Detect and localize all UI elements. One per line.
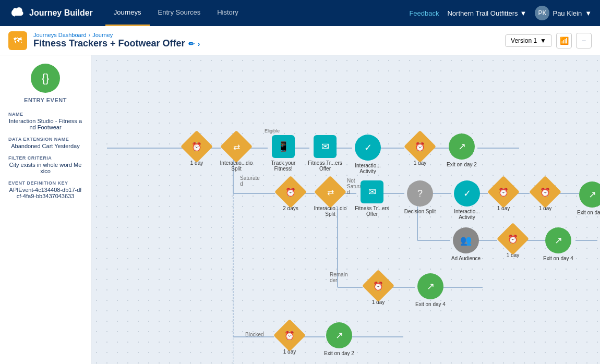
wait-diamond-blocked[interactable]: ⏰ bbox=[273, 319, 306, 351]
version-selector: Version 1 ▼ 📶 − bbox=[505, 33, 592, 48]
wait-diamond-r2b[interactable]: ⏰ bbox=[529, 176, 561, 208]
node-interaction-activity-r2[interactable]: ✓ Interactio...Activity bbox=[451, 180, 483, 220]
wait-diamond-ad[interactable]: ⏰ bbox=[497, 223, 529, 255]
exit-circle-day4-ad[interactable]: ↗ bbox=[545, 227, 571, 253]
edit-icon[interactable]: ✏ bbox=[188, 40, 195, 48]
entry-event-icon[interactable]: {} bbox=[31, 64, 60, 93]
app-title: Journey Builder bbox=[29, 8, 93, 18]
node-1day-row2-a[interactable]: ⏰ 1 day bbox=[488, 180, 519, 211]
sidebar-data-ext-field: DATA EXTENSION NAME Abandoned Cart Yeste… bbox=[8, 137, 82, 149]
check-icon-r1: ✓ bbox=[364, 142, 372, 153]
ad-audience-circle[interactable]: 👥 bbox=[453, 227, 479, 253]
exit-circle-day2-top[interactable]: ↗ bbox=[449, 134, 475, 160]
nav-tabs: Journeys Entry Sources History bbox=[105, 0, 247, 26]
node-ad-audience[interactable]: 👥 Ad Audience bbox=[450, 227, 482, 261]
top-navigation: Journey Builder Journeys Entry Sources H… bbox=[0, 0, 600, 26]
version-label: Version 1 bbox=[511, 37, 537, 44]
check-icon-r2: ✓ bbox=[463, 188, 471, 199]
user-selector[interactable]: PK Pau Klein ▼ bbox=[535, 6, 592, 20]
clock-icon: ⏰ bbox=[191, 142, 202, 152]
decision-split-circle[interactable]: ? bbox=[407, 180, 433, 207]
node-1day-ad-branch[interactable]: ⏰ 1 day bbox=[497, 227, 529, 258]
node-exit-day2-top[interactable]: ↗ Exit on day 2 bbox=[446, 134, 477, 167]
interaction-activity-circle-r1[interactable]: ✓ bbox=[355, 135, 381, 161]
node-exit-day5[interactable]: ↗ Exit on day 5 bbox=[577, 181, 600, 215]
node-exit-day4-remainder[interactable]: ↗ Exit on day 4 bbox=[415, 273, 446, 307]
tab-history[interactable]: History bbox=[209, 0, 246, 26]
node-label-activity-r2: Interactio...Activity bbox=[449, 209, 485, 220]
wait-diamond-remainder[interactable]: ⏰ bbox=[362, 270, 394, 302]
node-exit-day2-blocked[interactable]: ↗ Exit on day 2 bbox=[323, 322, 355, 356]
node-interaction-activity-r1[interactable]: ✓ Interactio...Activity bbox=[352, 135, 383, 174]
data-ext-value: Abandoned Cart Yesterday bbox=[8, 143, 82, 149]
fitness-offer-square-r2[interactable]: ✉ bbox=[361, 180, 383, 203]
eligible-label: Eligible bbox=[265, 128, 280, 134]
node-1day-row1[interactable]: ⏰ 1 day bbox=[181, 135, 212, 166]
node-2days-row2[interactable]: ⏰ 2 days bbox=[275, 180, 306, 211]
question-icon: ? bbox=[417, 188, 423, 199]
signal-button[interactable]: 📶 bbox=[556, 33, 572, 48]
journey-title: Fitness Trackers + Footwear Offer bbox=[33, 38, 185, 49]
zoom-out-button[interactable]: − bbox=[576, 33, 592, 48]
wait-diamond-1[interactable]: ⏰ bbox=[181, 130, 213, 163]
node-1day-row1-b[interactable]: ⏰ 1 day bbox=[404, 135, 436, 166]
audience-icon: 👥 bbox=[460, 235, 472, 246]
exit-circle-day4-rem[interactable]: ↗ bbox=[417, 273, 443, 299]
interaction-activity-circle-r2[interactable]: ✓ bbox=[454, 180, 480, 207]
version-dropdown-icon: ▼ bbox=[540, 37, 546, 44]
email-icon-r2: ✉ bbox=[368, 186, 376, 198]
breadcrumb-link[interactable]: Journeys Dashboard bbox=[33, 32, 87, 38]
node-1day-blocked[interactable]: ⏰ 1 day bbox=[274, 324, 305, 355]
clock-icon-r1b: ⏰ bbox=[415, 142, 425, 152]
journey-canvas: ⏰ 1 day ⇄ Interactio...dioSplit Eligible… bbox=[91, 55, 600, 364]
node-fitness-offer-r1[interactable]: ✉ Fitness Tr...ersOffer bbox=[309, 135, 341, 172]
interaction-split-diamond[interactable]: ⇄ bbox=[220, 130, 253, 163]
exit-label-day4-rem: Exit on day 4 bbox=[410, 301, 451, 307]
app-logo: Journey Builder bbox=[8, 7, 93, 19]
node-label-decision: Decision Split bbox=[402, 209, 438, 214]
wait-diamond-r1b[interactable]: ⏰ bbox=[404, 130, 436, 163]
mobile-icon: 📱 bbox=[278, 141, 289, 152]
node-1day-remainder[interactable]: ⏰ 1 day bbox=[363, 274, 394, 305]
user-name: Pau Klein bbox=[553, 9, 582, 17]
feedback-link[interactable]: Feedback bbox=[409, 9, 439, 17]
interaction-split-r2-diamond[interactable]: ⇄ bbox=[314, 176, 346, 208]
node-exit-day4-ad[interactable]: ↗ Exit on day 4 bbox=[543, 227, 574, 261]
node-interaction-split[interactable]: ⇄ Interactio...dioSplit bbox=[221, 135, 252, 172]
node-1day-row2-b[interactable]: ⏰ 1 day bbox=[530, 180, 561, 211]
exit-label-day2-top: Exit on day 2 bbox=[441, 162, 483, 167]
nav-forward-icon[interactable]: › bbox=[198, 40, 200, 48]
sidebar-event-key-field: EVENT DEFINITION KEY APIEvent-4c134408-d… bbox=[8, 180, 82, 199]
event-key-value: APIEvent-4c134408-db17-dfcf-4fa9-bb34370… bbox=[8, 187, 82, 199]
tab-entry-sources[interactable]: Entry Sources bbox=[150, 0, 209, 26]
clock-icon-2days: ⏰ bbox=[285, 187, 296, 197]
user-dropdown-icon: ▼ bbox=[585, 9, 592, 17]
exit-circle-day2-blocked[interactable]: ↗ bbox=[326, 322, 352, 348]
org-selector[interactable]: Northern Trail Outfitters ▼ bbox=[447, 9, 526, 17]
track-fitness-square[interactable]: 📱 bbox=[272, 135, 295, 158]
remainder-label: Remainder bbox=[330, 272, 347, 283]
exit-icon-day2-blocked: ↗ bbox=[335, 330, 343, 341]
exit-circle-day5[interactable]: ↗ bbox=[579, 181, 600, 208]
exit-label-day2-blocked: Exit on day 2 bbox=[318, 350, 360, 356]
org-dropdown-icon: ▼ bbox=[520, 9, 527, 17]
tab-journeys[interactable]: Journeys bbox=[105, 0, 150, 26]
split-icon-r2: ⇄ bbox=[327, 187, 334, 197]
exit-icon-day4-ad: ↗ bbox=[555, 235, 562, 246]
wait-diamond-2days[interactable]: ⏰ bbox=[274, 176, 307, 208]
node-decision-split[interactable]: ? Decision Split bbox=[404, 180, 436, 214]
main-area: {} ENTRY EVENT NAME Interaction Studio -… bbox=[0, 55, 600, 364]
version-dropdown[interactable]: Version 1 ▼ bbox=[505, 34, 552, 47]
node-interaction-split-r2[interactable]: ⇄ Interactio...dioSplit bbox=[315, 180, 346, 217]
node-label-ad-audience: Ad Audience bbox=[448, 256, 484, 261]
blocked-label: Blocked bbox=[245, 332, 264, 337]
breadcrumb-separator: › bbox=[89, 32, 91, 38]
name-field-label: NAME bbox=[8, 112, 82, 117]
node-fitness-offer-r2[interactable]: ✉ Fitness Tr...ersOffer bbox=[356, 180, 388, 217]
wait-diamond-r2a[interactable]: ⏰ bbox=[487, 176, 520, 208]
node-track-fitness[interactable]: 📱 Track yourFitness! bbox=[268, 135, 299, 172]
node-label-activity-r1: Interactio...Activity bbox=[350, 163, 386, 174]
exit-label-day4-ad: Exit on day 4 bbox=[537, 256, 579, 261]
email-icon-r1: ✉ bbox=[321, 141, 329, 152]
fitness-offer-square-r1[interactable]: ✉ bbox=[314, 135, 337, 158]
